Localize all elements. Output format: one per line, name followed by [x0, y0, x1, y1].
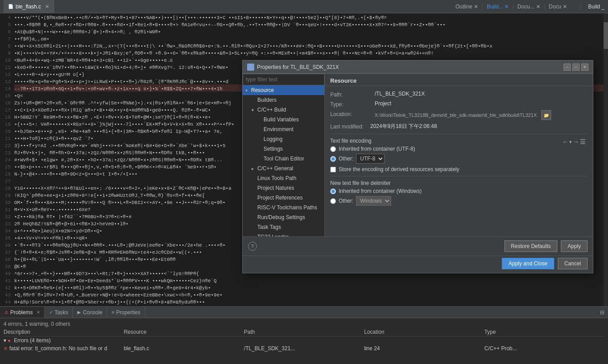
tree-item-label: Settings [264, 146, 283, 152]
filter-button[interactable]: ⊟ [596, 307, 608, 318]
tree-item-label: Project References [257, 195, 303, 201]
properties-dialog: Properties for TL_BLE_SDK_321X ─ □ ✕ ▾Re… [242, 60, 593, 273]
nav-dropdown-icon[interactable]: ▾ [569, 139, 572, 145]
build-menu[interactable]: Build _ [588, 4, 604, 10]
error-row-1[interactable]: ✕fatal error: tl_common.h: No such file … [4, 344, 604, 352]
tree-item-tool-chain-editor[interactable]: Tool Chain Editor [243, 154, 324, 164]
nav-forward-icon[interactable]: → [573, 138, 579, 145]
close-button[interactable]: ✕ [581, 64, 588, 71]
tree-item-risc-v-toolchains-paths[interactable]: RISC-V Toolchains Paths [243, 203, 324, 212]
tree-item-resource[interactable]: ▾Resource [243, 85, 324, 95]
maximize-button[interactable]: □ [572, 64, 580, 71]
tree-area: ▾ResourceBuilders▾C/C++ BuildBuild Varia… [243, 85, 324, 236]
vertical-scrollbar[interactable] [604, 13, 608, 306]
restore-defaults-button[interactable]: Restore Defaults [504, 240, 557, 252]
build-tab[interactable]: Build... ✕ [487, 4, 509, 10]
delimiter-other-radio[interactable] [330, 198, 336, 204]
location-browse-icon[interactable]: 📁 [541, 110, 551, 120]
tree-item-label: Logging [264, 136, 283, 142]
editor-line: 42k••5•O®K®•®e%•(e[•••0®l}>®••%y5$®®z`^p… [0, 284, 608, 292]
tab-console-label: Console [83, 309, 102, 316]
tree-item-builders[interactable]: Builders [243, 95, 324, 105]
docu-tab1[interactable]: Docu... ✕ [517, 4, 540, 10]
tree-item-c/c++-general[interactable]: ▸C/C++ General [243, 164, 324, 173]
tree-item-logging[interactable]: Logging [243, 134, 324, 144]
tree-item-label: C/C++ General [257, 165, 293, 172]
tree-item-environment[interactable]: Environment [243, 124, 324, 134]
cancel-button[interactable]: Cancel [558, 258, 588, 269]
footer-left: ? [248, 242, 257, 251]
encoding-other-radio[interactable] [330, 156, 336, 162]
delimiter-inherited-row: Inherited from container (Windows) [330, 188, 588, 194]
filter-input[interactable] [243, 74, 324, 85]
tree-item-label: Run/Debug Settings [257, 214, 305, 220]
editor-line: 41k•••••LUVE®O•••%OH•®f•Oe•Ee•Deeds*`U•®… [0, 277, 608, 284]
editor-line: 4••••v/**(•($®NxBeB••.••c®/••b•®T•My•®•1… [0, 14, 608, 21]
status-bar: 4 errors, 1 warning, 0 others [4, 320, 604, 328]
tab-problems-label: Problems [10, 309, 33, 316]
tab-properties[interactable]: ≡ Properties [107, 307, 145, 318]
apply-close-button[interactable]: Apply and Close [502, 258, 554, 269]
col-location: Location [364, 329, 484, 335]
encoding-inherited-label: Inherited from container (UTF-8) [339, 146, 415, 152]
editor-line: 44H•&®p!Sore\®•®••1•®f•@®D•%her•r•®b•j••… [0, 299, 608, 306]
minimize-button[interactable]: ─ [564, 64, 571, 71]
tree-item-label: Project Natures [257, 185, 294, 191]
col-type: Type [484, 329, 604, 335]
encoding-inherited-row: Inherited from container (UTF-8) [330, 146, 588, 152]
col-resource: Resource [124, 329, 244, 335]
encoding-inherited-radio[interactable] [330, 146, 336, 152]
tree-item-label: Linux Tools Path [257, 175, 296, 181]
dialog-titlebar: Properties for TL_BLE_SDK_321X ─ □ ✕ [243, 60, 593, 74]
tab-problems[interactable]: ⚠ Problems ✕ [0, 307, 45, 318]
tree-item-label: Builders [257, 97, 276, 103]
tab-console[interactable]: ▶ Console [73, 307, 107, 318]
encoding-checkbox[interactable] [330, 167, 336, 172]
modified-value: 2024年9月18日 下午2:06:48 [370, 123, 588, 130]
tab-ble-flash[interactable]: 📄 ble_flash.c ✕ [4, 0, 54, 13]
tab-tasks[interactable]: ✓ Tasks [45, 307, 73, 318]
tree-item-build-variables[interactable]: Build Variables [243, 115, 324, 124]
tree-arrow-icon: ▾ [245, 88, 250, 93]
tree-item-label: C/C++ Build [257, 107, 286, 113]
modified-row: Last modified: 2024年9月18日 下午2:06:48 [330, 123, 588, 130]
tree-item-run/debug-settings[interactable]: Run/Debug Settings [243, 212, 324, 222]
encoding-radio-group: Inherited from container (UTF-8) Other: … [330, 146, 588, 164]
delimiter-inherited-radio[interactable] [330, 188, 336, 194]
tree-item-label: Build Variables [264, 116, 299, 123]
delimiter-other-label: Other: [339, 198, 353, 204]
type-row: Type: Project [330, 100, 588, 108]
nav-back-icon[interactable]: ← [562, 138, 568, 145]
close-tab-icon[interactable]: ✕ [45, 4, 49, 10]
apply-button[interactable]: Apply [561, 240, 588, 252]
error-group-row: ▾ ● Errors (4 items) [4, 336, 604, 344]
tree-item-tc32-loader[interactable]: TC32 Loader [243, 232, 324, 236]
tree-item-linux-tools-path[interactable]: Linux Tools Path [243, 173, 324, 183]
dialog-footer: ? Restore Defaults Apply [243, 236, 593, 256]
tree-item-c/c++-build[interactable]: ▾C/C++ Build [243, 105, 324, 115]
editor-line: 5•••.•®$®® B,•_®e®••r•®D•r®®8•.®••••®d••… [0, 21, 608, 28]
tree-item-project-references[interactable]: Project References [243, 193, 324, 203]
type-label: Type: [330, 100, 375, 108]
tree-item-task-tags[interactable]: Task Tags [243, 222, 324, 232]
dialog-footer-bottom: Apply and Close Cancel [243, 256, 593, 273]
table-header: Description Resource Path Location Type [4, 328, 604, 336]
tree-item-label: Tool Chain Editor [264, 156, 304, 162]
location-value: X:\Work\Telink_TL3218B_demo\tl_ble_sdk-m… [375, 110, 588, 120]
tab-problems-close[interactable]: ✕ [36, 310, 40, 315]
location-label: Location: [330, 110, 375, 117]
tab-ble-flash-label: ble_flash.c [16, 4, 41, 10]
help-button[interactable]: ? [248, 242, 257, 251]
tree-arrow-icon: ▾ [252, 108, 256, 112]
delimiter-section-label: New text file line delimiter [330, 180, 588, 186]
delimiter-select[interactable]: Windows [356, 196, 391, 206]
dialog-icon [247, 64, 254, 71]
tree-item-project-natures[interactable]: Project Natures [243, 183, 324, 193]
encoding-checkbox-label: Store the encoding of derived resources … [339, 166, 460, 172]
editor-line: 7••f$®}a,,om• [0, 36, 608, 43]
outline-tab[interactable]: Outline ✕ [456, 4, 478, 10]
docu-tab2[interactable]: Docu ✕ [549, 4, 567, 10]
tree-item-settings[interactable]: Settings [243, 144, 324, 154]
encoding-select[interactable]: UTF-8 [356, 154, 384, 164]
nav-menu-icon[interactable]: ☰ [580, 138, 586, 145]
